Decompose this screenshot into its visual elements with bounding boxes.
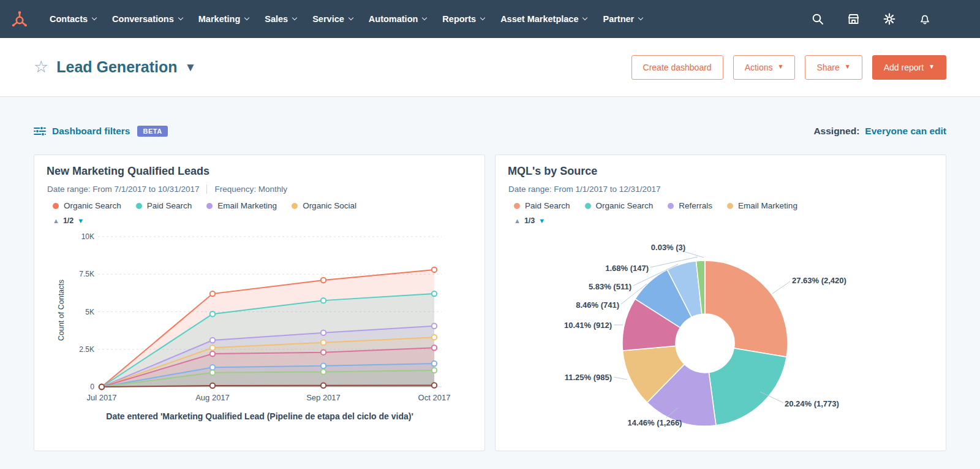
pager-down-icon[interactable]: ▼ — [77, 217, 84, 224]
legend-item-paid-search[interactable]: Paid Search — [514, 201, 570, 210]
donut-label-3: 11.25% (985) — [520, 373, 612, 382]
chevron-down-icon — [480, 15, 485, 20]
chevron-down-icon: ▼ — [778, 63, 784, 70]
date-range-text: Date range: From 7/1/2017 to 10/31/2017 — [47, 185, 199, 194]
x-axis-caption: Date entered 'Marketing Qualified Lead (… — [88, 410, 431, 423]
chart-legend: Organic Search Paid Search Email Marketi… — [53, 201, 356, 210]
legend-dot — [585, 203, 591, 209]
svg-text:0: 0 — [90, 383, 94, 391]
line-area-chart[interactable]: 02.5K5K7.5K10KJul 2017Aug 2017Sep 2017Oc… — [39, 230, 480, 408]
assigned-label: Assigned: — [813, 126, 859, 137]
svg-text:Jul 2017: Jul 2017 — [86, 393, 116, 402]
svg-text:7.5K: 7.5K — [79, 270, 94, 278]
report-meta: Date range: From 1/1/2017 to 12/31/2017 — [508, 185, 660, 194]
dashboard-filters-label: Dashboard filters — [52, 126, 130, 137]
nav-menu: Contacts Conversations Marketing Sales S… — [42, 0, 650, 38]
date-range-text: Date range: From 1/1/2017 to 12/31/2017 — [508, 185, 660, 194]
nav-item-sales[interactable]: Sales — [257, 0, 304, 38]
title-dropdown-caret-icon[interactable]: ▼ — [184, 61, 196, 74]
header-actions: Create dashboard Actions▼ Share▼ Add rep… — [631, 55, 946, 80]
legend-item-email-marketing[interactable]: Email Marketing — [727, 201, 797, 210]
create-dashboard-button[interactable]: Create dashboard — [631, 55, 723, 80]
chevron-down-icon — [349, 15, 353, 20]
legend-item-email-marketing[interactable]: Email Marketing — [206, 201, 277, 210]
beta-badge: BETA — [137, 126, 167, 137]
pager-down-icon[interactable]: ▼ — [538, 217, 545, 224]
donut-label-1: 20.24% (1,773) — [785, 399, 839, 408]
search-icon[interactable] — [812, 13, 824, 25]
top-navbar: Contacts Conversations Marketing Sales S… — [0, 0, 980, 38]
actions-button[interactable]: Actions▼ — [733, 55, 796, 80]
nav-item-automation[interactable]: Automation — [361, 0, 435, 38]
donut-label-7: 1.68% (147) — [557, 264, 649, 273]
report-title: New Marketing Qualified Leads — [47, 165, 209, 178]
hubspot-sprocket-icon — [10, 10, 28, 28]
report-title: MQL's by Source — [508, 165, 597, 178]
chevron-down-icon — [244, 15, 249, 20]
legend-dot — [136, 203, 142, 209]
legend-dot — [53, 203, 59, 209]
legend-dot — [514, 203, 520, 209]
frequency-text: Frequency: Monthly — [214, 185, 287, 194]
donut-label-4: 10.41% (912) — [520, 321, 612, 330]
chevron-down-icon: ▼ — [845, 63, 851, 70]
chevron-down-icon — [178, 15, 183, 20]
dashboard-header: ☆ Lead Generation ▼ Create dashboard Act… — [0, 38, 980, 97]
chevron-down-icon — [422, 15, 427, 20]
assigned-value-link[interactable]: Everyone can edit — [865, 126, 946, 137]
filters-row: Dashboard filters BETA Assigned: Everyon… — [34, 126, 946, 137]
pager-page-indicator: 1/3 — [524, 216, 535, 225]
report-meta: Date range: From 7/1/2017 to 10/31/2017 … — [47, 185, 287, 194]
nav-utility-icons — [812, 13, 980, 25]
filters-sliders-icon — [34, 126, 46, 136]
add-report-button[interactable]: Add report▼ — [872, 55, 946, 80]
notifications-bell-icon[interactable] — [919, 13, 931, 25]
legend-pager: ▲ 1/2 ▼ — [53, 216, 84, 225]
legend-item-organic-social[interactable]: Organic Social — [292, 201, 356, 210]
meta-divider — [206, 185, 207, 194]
legend-item-organic-search[interactable]: Organic Search — [53, 201, 121, 210]
dashboard-filters-toggle[interactable]: Dashboard filters BETA — [34, 126, 168, 137]
svg-text:Oct 2017: Oct 2017 — [418, 393, 451, 402]
favorite-star-icon[interactable]: ☆ — [34, 59, 48, 75]
nav-item-marketing[interactable]: Marketing — [190, 0, 257, 38]
pager-up-icon[interactable]: ▲ — [53, 217, 59, 224]
page-title[interactable]: Lead Generation — [56, 58, 177, 76]
legend-dot — [292, 203, 298, 209]
chevron-down-icon — [582, 15, 587, 20]
pager-page-indicator: 1/2 — [63, 216, 74, 225]
chevron-down-icon — [638, 15, 643, 20]
legend-pager: ▲ 1/3 ▼ — [514, 216, 545, 225]
chevron-down-icon — [92, 15, 97, 20]
chart-legend: Paid Search Organic Search Referrals Ema… — [514, 201, 797, 210]
legend-item-organic-search[interactable]: Organic Search — [585, 201, 654, 210]
legend-item-paid-search[interactable]: Paid Search — [136, 201, 192, 210]
settings-gear-icon[interactable] — [883, 13, 895, 25]
report-card-new-marketing-qualified-leads: New Marketing Qualified Leads Date range… — [34, 154, 485, 451]
legend-dot — [727, 203, 733, 209]
nav-item-conversations[interactable]: Conversations — [104, 0, 190, 38]
nav-item-service[interactable]: Service — [304, 0, 361, 38]
donut-label-5: 8.46% (741) — [527, 300, 619, 310]
nav-item-contacts[interactable]: Contacts — [42, 0, 104, 38]
donut-label-8: 0.03% (3) — [625, 243, 711, 252]
title-group: ☆ Lead Generation ▼ — [34, 58, 196, 76]
legend-dot — [668, 203, 674, 209]
legend-item-referrals[interactable]: Referrals — [668, 201, 712, 210]
svg-text:2.5K: 2.5K — [79, 345, 94, 354]
share-button[interactable]: Share▼ — [805, 55, 862, 80]
nav-item-reports[interactable]: Reports — [434, 0, 492, 38]
svg-text:10K: 10K — [81, 232, 94, 241]
assigned-group: Assigned: Everyone can edit — [813, 126, 946, 137]
hubspot-logo[interactable] — [0, 0, 38, 38]
marketplace-icon[interactable] — [847, 13, 860, 25]
nav-item-asset-marketplace[interactable]: Asset Marketplace — [492, 0, 595, 38]
svg-text:Sep 2017: Sep 2017 — [306, 393, 341, 402]
pager-up-icon[interactable]: ▲ — [514, 217, 521, 224]
chevron-down-icon: ▼ — [929, 63, 935, 70]
svg-text:5K: 5K — [85, 308, 94, 316]
svg-text:Aug 2017: Aug 2017 — [195, 393, 230, 402]
nav-item-partner[interactable]: Partner — [595, 0, 650, 38]
donut-label-0: 27.63% (2,420) — [792, 276, 846, 285]
legend-dot — [206, 203, 213, 209]
